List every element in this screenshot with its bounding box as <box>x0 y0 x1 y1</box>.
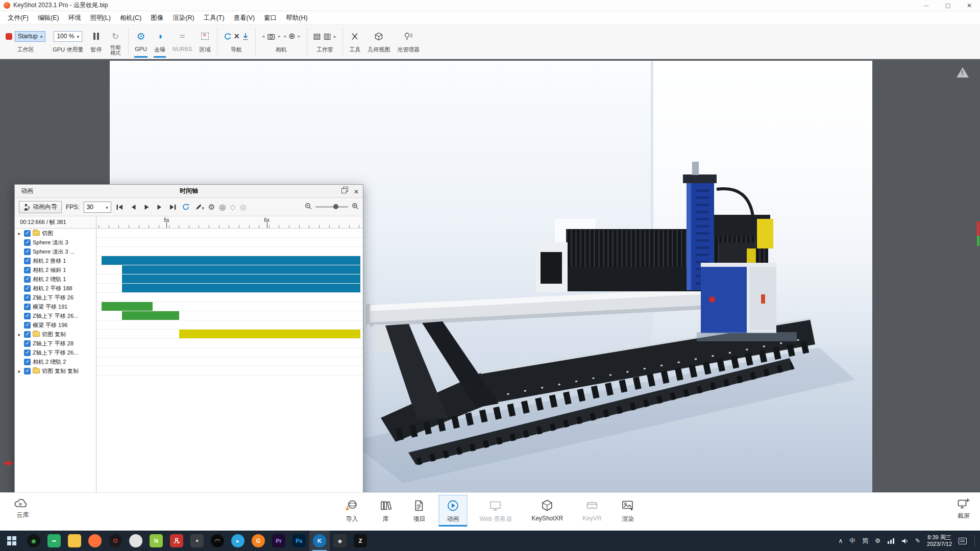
taskbar-app-wechat[interactable]: •• <box>44 531 64 551</box>
menu-item[interactable]: 相机(C) <box>115 11 146 24</box>
dock-item-cloud-library[interactable]: 云库 <box>13 497 28 518</box>
track-row[interactable]: Z轴上下 平移 26... <box>15 348 96 357</box>
track-row[interactable]: 相机 2 绕轨 1 <box>15 274 96 284</box>
menu-item[interactable]: 窗口 <box>259 11 281 24</box>
track-checkbox[interactable] <box>24 340 31 347</box>
reset-camera-icon[interactable] <box>224 33 232 40</box>
taskbar-app-premiere[interactable]: Pr <box>268 531 289 551</box>
nav-down-arrow-icon[interactable] <box>242 33 249 40</box>
dock-item-keyvr[interactable]: KeyVR <box>575 495 608 527</box>
menu-item[interactable]: 图像 <box>146 11 168 24</box>
menu-item[interactable]: 渲染(R) <box>168 11 199 24</box>
track-row[interactable]: 相机 2 推移 1 <box>15 256 96 265</box>
camera-prev-icon[interactable]: ◂ <box>262 34 264 39</box>
track-checkbox[interactable] <box>24 276 31 283</box>
track-row[interactable]: 相机 2 绕轨 2 <box>15 357 96 366</box>
track-lane[interactable] <box>96 265 363 274</box>
camera-next-icon[interactable]: ▸ <box>278 34 281 39</box>
dock-item-project[interactable]: 项目 <box>405 495 433 527</box>
pause-icon[interactable] <box>93 33 99 40</box>
track-lane[interactable] <box>96 320 363 330</box>
denoise-icon[interactable]: ◑ <box>157 32 163 41</box>
taskbar-app-idm[interactable]: G <box>248 531 268 551</box>
zoom-out-icon[interactable] <box>305 203 312 212</box>
track-checkbox[interactable] <box>24 267 31 273</box>
studio-cards-icon[interactable]: ▥ <box>324 32 331 40</box>
gpu-gear-icon[interactable]: ⚙ <box>137 32 145 41</box>
taskbar-app-dark-tool[interactable]: ✦ <box>187 531 207 551</box>
skip-start-icon[interactable] <box>115 203 125 212</box>
animation-bar[interactable] <box>122 311 179 320</box>
ime-indicator[interactable]: 简 <box>862 537 868 545</box>
tray-gear-icon[interactable]: ⚙ <box>875 537 880 544</box>
menu-item[interactable]: 帮助(H) <box>281 11 312 24</box>
track-lane[interactable] <box>96 357 363 366</box>
track-lane[interactable] <box>96 238 363 247</box>
track-lane[interactable] <box>96 256 363 265</box>
menu-item[interactable]: 文件(F) <box>3 11 33 24</box>
track-checkbox[interactable] <box>24 359 31 365</box>
camera-icon[interactable] <box>267 33 276 40</box>
track-checkbox[interactable] <box>24 230 31 237</box>
dock-item-screenshot[interactable]: 截屏 <box>957 497 971 520</box>
taskbar-app-dark-app[interactable]: ◆ <box>330 531 350 551</box>
track-lane[interactable] <box>96 330 363 339</box>
track-checkbox[interactable] <box>24 368 31 374</box>
track-checkbox[interactable] <box>24 294 31 301</box>
geometry-cube-icon[interactable] <box>374 32 383 41</box>
undock-icon[interactable] <box>341 186 349 196</box>
taskbar-app-keyshot[interactable]: K <box>309 531 330 551</box>
nav-cross-icon[interactable]: × <box>234 32 240 41</box>
track-checkbox[interactable] <box>24 248 31 255</box>
dock-item-keyshotxr[interactable]: KeyShotXR <box>524 495 570 527</box>
taskbar-app-notepad-green[interactable]: N <box>146 531 166 551</box>
track-checkbox[interactable] <box>24 349 31 356</box>
track-row[interactable]: Sphere 淡出 3 ... <box>15 247 96 256</box>
menu-item[interactable]: 环境 <box>64 11 86 24</box>
taskbar-clock[interactable]: 8:39 周三 2023/7/12 <box>927 534 952 547</box>
viewport[interactable]: 动画 时间轴 动画向导 FPS: 30 <box>0 59 980 492</box>
close-button[interactable] <box>959 0 980 11</box>
workspace-icon[interactable] <box>6 33 12 40</box>
minimize-button[interactable] <box>916 0 937 11</box>
menu-item[interactable]: 照明(L) <box>86 11 115 24</box>
pen-icon[interactable]: ✎ <box>915 537 920 544</box>
taskbar-app-z-app[interactable]: Z <box>350 531 371 551</box>
tray-expand-icon[interactable]: ∧ <box>838 537 843 544</box>
track-row[interactable]: Z轴上下 平移 26... <box>15 311 96 320</box>
track-row[interactable]: 横梁 平移 196 <box>15 320 96 330</box>
track-lane[interactable] <box>96 284 363 293</box>
loop-icon[interactable] <box>182 203 191 212</box>
dock-item-import[interactable]: 导入 <box>337 495 366 527</box>
taskbar-app-photoshop[interactable]: Ps <box>289 531 309 551</box>
step-back-icon[interactable] <box>129 203 138 212</box>
taskbar-app-opera[interactable]: O <box>105 531 126 551</box>
track-lane[interactable] <box>96 311 363 320</box>
region-icon[interactable] <box>201 33 209 40</box>
track-checkbox[interactable] <box>24 331 31 338</box>
track-row[interactable]: Z轴上下 平移 28 <box>15 339 96 348</box>
dock-item-webviewer[interactable]: Web 查看器 <box>472 495 519 527</box>
zoom-next-icon[interactable]: ▸ <box>298 34 301 39</box>
dock-item-render[interactable]: 渲染 <box>614 495 643 527</box>
track-checkbox[interactable] <box>24 304 31 310</box>
animation-bar[interactable] <box>122 274 360 283</box>
animation-bar[interactable] <box>122 284 360 292</box>
dock-item-library[interactable]: 库 <box>371 495 400 527</box>
zoom-prev-icon[interactable]: ◂ <box>283 34 286 39</box>
taskbar-app-mouse-tool[interactable] <box>126 531 146 551</box>
taskbar-app-green-browser[interactable]: ◉ <box>23 531 44 551</box>
target-icon[interactable]: ◎ <box>219 203 226 212</box>
track-row[interactable]: 相机 2 倾斜 1 <box>15 265 96 274</box>
taskbar-app-firefox[interactable] <box>85 531 105 551</box>
taskbar-app-file-explorer[interactable] <box>64 531 85 551</box>
dock-item-animation[interactable]: 动画 <box>438 495 467 527</box>
animation-bar[interactable] <box>102 256 360 265</box>
track-lane[interactable] <box>96 366 363 375</box>
timeline-panel[interactable]: 动画 时间轴 动画向导 FPS: 30 <box>14 184 363 522</box>
track-row[interactable]: 切图 复制 复制 <box>15 366 96 375</box>
track-row[interactable]: 相机 2 平移 188 <box>15 284 96 293</box>
volume-icon[interactable] <box>901 538 909 544</box>
play-icon[interactable] <box>142 203 151 212</box>
track-row[interactable]: Z轴上下 平移 26 <box>15 293 96 302</box>
